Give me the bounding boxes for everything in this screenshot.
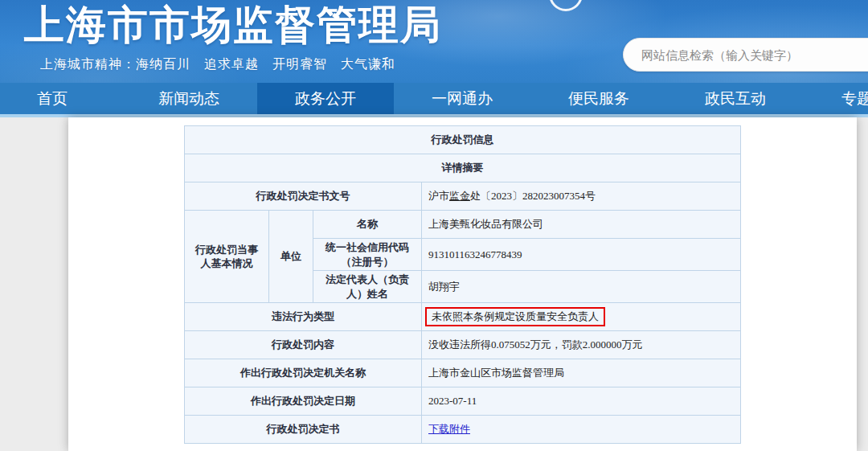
table-row-authority: 作出行政处罚决定机关名称 上海市金山区市场监督管理局 [185,359,741,387]
name-value: 上海美甄化妆品有限公司 [422,211,741,239]
decision-date-label: 作出行政处罚决定日期 [185,387,422,416]
table-row-decision-date: 作出行政处罚决定日期 2023-07-11 [185,387,741,416]
doc-number-underlined: 监金 [449,190,470,202]
penalty-content-value: 没收违法所得0.075052万元，罚款2.000000万元 [422,331,741,359]
party-type-label: 单位 [269,211,313,303]
content-area: 行政处罚信息 详情摘要 行政处罚决定书文号 沪市监金处〔2023〕2820230… [0,117,868,451]
doc-number-label: 行政处罚决定书文号 [185,182,422,211]
site-search[interactable] [623,38,868,72]
table-row-title: 行政处罚信息 [185,126,741,154]
emblem-arc-icon [549,0,583,11]
party-basic-info-label: 行政处罚当事人基本情况 [185,211,269,303]
violation-text: 未依照本条例规定设质量安全负责人 [432,310,599,322]
nav-tab-gov-affairs[interactable]: 政务公开 [257,83,394,114]
nav-tab-home[interactable]: 首页 [0,83,121,114]
nav-tab-special-topics[interactable]: 专题专栏 [804,83,868,114]
table-row-violation-type: 违法行为类型 未依照本条例规定设质量安全负责人 [185,303,741,331]
site-title: 上海市市场监督管理局 [24,0,442,53]
site-subtitle: 上海城市精神：海纳百川 追求卓越 开明睿智 大气谦和 [40,56,395,73]
table-row-penalty-content: 行政处罚内容 没收违法所得0.075052万元，罚款2.000000万元 [185,331,741,359]
authority-value: 上海市金山区市场监督管理局 [422,359,741,387]
credit-code-value: 913101163246778439 [422,239,741,271]
nav-tab-news[interactable]: 新闻动态 [121,83,257,114]
table-title: 行政处罚信息 [185,126,741,154]
page: 上海市市场监督管理局 上海城市精神：海纳百川 追求卓越 开明睿智 大气谦和 首页… [0,0,868,451]
site-header: 上海市市场监督管理局 上海城市精神：海纳百川 追求卓越 开明睿智 大气谦和 [0,0,868,83]
decision-date-value: 2023-07-11 [422,387,741,416]
table-subtitle: 详情摘要 [185,154,741,182]
decision-doc-value: 下载附件 [422,416,741,444]
nav-tab-services[interactable]: 便民服务 [530,83,667,114]
authority-label: 作出行政处罚决定机关名称 [185,359,422,387]
name-label: 名称 [313,211,422,239]
legal-rep-value: 胡翔宇 [422,271,741,303]
violation-highlight-box: 未依照本条例规定设质量安全负责人 [425,307,605,327]
nav-tab-row: 首页 新闻动态 政务公开 一网通办 便民服务 政民互动 专题专栏 [0,83,868,114]
table-row-decision-doc: 行政处罚决定书 下载附件 [185,416,741,444]
table-row-party-name: 行政处罚当事人基本情况 单位 名称 上海美甄化妆品有限公司 [185,211,741,239]
search-input[interactable] [641,39,868,71]
nav-tab-interaction[interactable]: 政民互动 [667,83,804,114]
decision-doc-label: 行政处罚决定书 [185,416,422,444]
penalty-content-label: 行政处罚内容 [185,331,422,359]
nav-tab-one-stop[interactable]: 一网通办 [394,83,530,114]
violation-type-label: 违法行为类型 [185,303,422,331]
violation-type-value: 未依照本条例规定设质量安全负责人 [422,303,741,331]
table-row-subtitle: 详情摘要 [185,154,741,182]
main-nav: 首页 新闻动态 政务公开 一网通办 便民服务 政民互动 专题专栏 [0,83,868,114]
doc-number-value: 沪市监金处〔2023〕282023007354号 [422,182,741,211]
doc-number-suffix: 处〔2023〕282023007354号 [470,190,596,202]
doc-number-prefix: 沪市 [428,190,449,202]
penalty-info-table: 行政处罚信息 详情摘要 行政处罚决定书文号 沪市监金处〔2023〕2820230… [184,125,741,444]
credit-code-label: 统一社会信用代码（注册号） [313,239,422,271]
content-panel: 行政处罚信息 详情摘要 行政处罚决定书文号 沪市监金处〔2023〕2820230… [68,117,857,451]
table-row-doc-number: 行政处罚决定书文号 沪市监金处〔2023〕282023007354号 [185,182,741,211]
legal-rep-label: 法定代表人（负责人）姓名 [313,271,422,303]
download-attachment-link[interactable]: 下载附件 [428,423,470,435]
